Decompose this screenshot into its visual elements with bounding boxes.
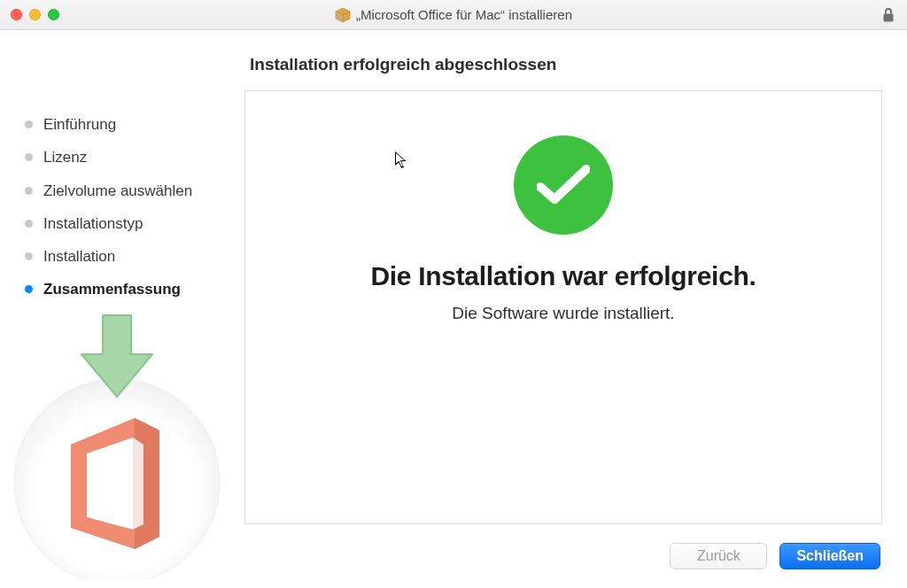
button-label: Zurück	[697, 548, 740, 564]
sidebar-art	[11, 313, 223, 579]
success-title: Die Installation war erfolgreich.	[370, 261, 756, 291]
sidebar-item-label: Installation	[43, 247, 115, 266]
sidebar-item-zielvolume: Zielvolume auswählen	[25, 174, 229, 207]
sidebar-item-label: Einführung	[43, 115, 116, 134]
footer-buttons: Zurück Schließen	[244, 524, 882, 588]
success-subtitle: Die Software wurde installiert.	[452, 304, 674, 323]
step-dot-icon	[25, 187, 33, 195]
check-icon	[537, 164, 590, 206]
sidebar: Einführung Lizenz Zielvolume auswählen I…	[0, 30, 229, 588]
sidebar-item-installation: Installation	[25, 240, 229, 273]
sidebar-item-label: Lizenz	[43, 148, 87, 166]
window-controls	[0, 9, 59, 20]
success-check-icon	[514, 135, 613, 235]
minimize-window-button[interactable]	[29, 9, 41, 20]
arrow-down-icon	[81, 315, 152, 397]
sidebar-item-label: Zusammenfassung	[43, 280, 181, 298]
step-dot-icon	[25, 252, 33, 260]
zoom-window-button[interactable]	[48, 9, 59, 20]
step-dot-icon	[25, 153, 33, 161]
content-panel: Die Installation war erfolgreich. Die So…	[244, 90, 882, 524]
sidebar-item-label: Zielvolume auswählen	[43, 182, 192, 200]
package-icon	[335, 7, 351, 23]
button-label: Schließen	[796, 548, 864, 564]
close-window-button[interactable]	[11, 9, 22, 20]
sidebar-item-lizenz: Lizenz	[25, 141, 229, 174]
sidebar-item-label: Installationstyp	[43, 214, 143, 233]
svg-rect-0	[884, 13, 894, 21]
lock-icon	[882, 7, 895, 23]
step-dot-icon	[25, 285, 33, 293]
main-area: Installation erfolgreich abgeschlossen D…	[229, 30, 907, 588]
sidebar-item-installationstyp: Installationstyp	[25, 207, 229, 240]
installer-body: Einführung Lizenz Zielvolume auswählen I…	[0, 30, 907, 588]
window-title: „Microsoft Office für Mac“ installieren	[0, 7, 907, 23]
sidebar-item-zusammenfassung: Zusammenfassung	[25, 273, 229, 306]
close-button[interactable]: Schließen	[779, 543, 880, 569]
titlebar: „Microsoft Office für Mac“ installieren	[0, 0, 907, 30]
step-list: Einführung Lizenz Zielvolume auswählen I…	[25, 108, 229, 306]
step-dot-icon	[25, 220, 33, 228]
sidebar-item-einfuehrung: Einführung	[25, 108, 229, 141]
back-button[interactable]: Zurück	[670, 543, 767, 569]
section-heading: Installation erfolgreich abgeschlossen	[244, 55, 882, 90]
office-icon	[71, 418, 159, 549]
step-dot-icon	[25, 120, 33, 128]
svg-point-1	[14, 379, 220, 579]
window-title-text: „Microsoft Office für Mac“ installieren	[356, 7, 572, 22]
